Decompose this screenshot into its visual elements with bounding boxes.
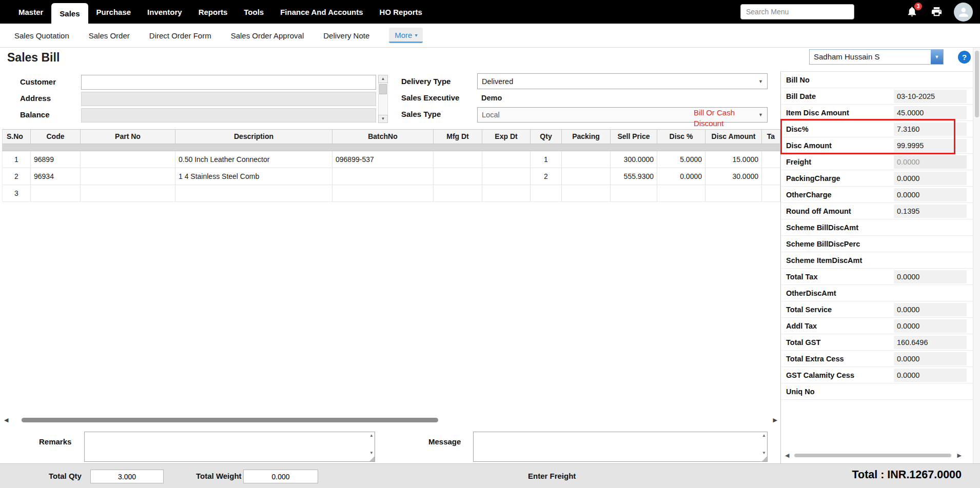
summary-value[interactable] [894,237,967,251]
panel-scroll-right-icon[interactable]: ▶ [957,452,962,459]
cell-code[interactable]: 96899 [31,151,81,168]
sub-nav-item[interactable]: Sales Order Approval [231,31,304,40]
summary-value[interactable]: 0.0000 [894,303,967,316]
cell-expdt[interactable] [482,151,531,168]
cell-qty[interactable]: 1 [531,151,562,168]
cell-mfgdt[interactable] [434,168,482,185]
scroll-up-icon[interactable]: ▲ [369,433,374,438]
delivery-type-select[interactable]: Delivered ▼ [477,73,768,89]
grid-header-cell[interactable]: S.No [3,130,31,144]
table-hscroll-thumb[interactable] [22,418,438,422]
sales-type-select[interactable]: Local ▼ [477,107,768,123]
main-menu-item[interactable]: Sales [51,3,88,24]
summary-value[interactable] [894,385,967,398]
grid-header-cell[interactable]: Code [31,130,81,144]
cell-tax[interactable] [762,151,780,168]
cell-discpct[interactable] [657,185,705,202]
more-menu-button[interactable]: More ▾ [389,28,423,43]
grid-header-cell[interactable]: Mfg Dt [434,130,482,144]
cell-sno[interactable]: 3 [3,185,31,202]
search-input[interactable] [740,4,854,19]
print-button[interactable] [931,6,943,18]
cell-partno[interactable] [81,168,175,185]
main-menu-item[interactable]: Reports [190,0,236,24]
remarks-textarea[interactable] [84,432,375,462]
user-avatar[interactable] [954,3,973,22]
cell-discamount[interactable]: 15.0000 [705,151,762,168]
summary-value[interactable]: 0.0000 [894,319,967,333]
scroll-right-icon[interactable]: ▶ [773,417,777,423]
cell-discamount[interactable] [705,185,762,202]
scrollbar-thumb[interactable] [379,84,387,94]
grid-header-cell[interactable]: Qty [531,130,562,144]
cell-packing[interactable] [562,185,611,202]
main-menu-item[interactable]: Finance And Accounts [272,0,371,24]
customer-fields-scrollbar[interactable]: ▲ ▼ [378,75,388,123]
main-menu-item[interactable]: Master [10,0,51,24]
cell-description[interactable] [175,185,332,202]
grid-header-cell[interactable]: Ta [762,130,780,144]
customer-input[interactable] [81,75,376,90]
help-icon[interactable]: ? [958,51,971,64]
main-menu-item[interactable]: HO Reports [371,0,430,24]
summary-value[interactable]: 0.0000 [894,352,967,365]
cell-partno[interactable] [81,151,175,168]
summary-value[interactable] [894,73,967,87]
summary-value[interactable]: 0.0000 [894,172,967,185]
cell-sellprice[interactable] [611,185,657,202]
cell-packing[interactable] [562,168,611,185]
summary-value[interactable]: 0.0000 [894,369,967,382]
table-hscrollbar[interactable]: ◀ ▶ [2,416,780,424]
scroll-down-icon[interactable]: ▼ [378,115,388,123]
summary-value[interactable]: 45.0000 [894,106,967,119]
grid-header-cell[interactable]: Disc % [657,130,705,144]
notifications-button[interactable]: 3 [906,6,918,18]
cell-expdt[interactable] [482,168,531,185]
cell-discpct[interactable]: 5.0000 [657,151,705,168]
cell-tax[interactable] [762,168,780,185]
main-menu-item[interactable]: Purchase [88,0,140,24]
scroll-up-icon[interactable]: ▲ [378,75,388,83]
salesperson-dropdown[interactable]: Sadham Hussain S ▼ [809,49,944,65]
cell-tax[interactable] [762,185,780,202]
cell-description[interactable]: 0.50 Inch Leather Connector [175,151,332,168]
total-qty-input[interactable] [90,470,164,483]
summary-value[interactable]: 0.0000 [894,155,967,169]
cell-mfgdt[interactable] [434,185,482,202]
cell-packing[interactable] [562,151,611,168]
cell-batchno[interactable] [332,185,434,202]
grid-header-cell[interactable]: BatchNo [332,130,434,144]
scroll-down-icon[interactable]: ▼ [762,451,766,455]
cell-discamount[interactable]: 30.0000 [705,168,762,185]
page-vscroll-thumb[interactable] [975,51,979,117]
sub-nav-item[interactable]: Delivery Note [323,31,369,40]
cell-batchno[interactable]: 096899-537 [332,151,434,168]
grid-header-cell[interactable]: Exp Dt [482,130,531,144]
summary-value[interactable] [894,287,967,300]
summary-value[interactable]: 0.0000 [894,270,967,283]
scrollbar-track[interactable] [378,83,388,115]
page-vscrollbar[interactable] [973,48,980,463]
resize-grip-icon[interactable] [369,456,375,461]
cell-discpct[interactable]: 0.0000 [657,168,705,185]
scroll-down-icon[interactable]: ▼ [369,451,374,455]
total-weight-input[interactable] [243,470,318,483]
cell-partno[interactable] [81,185,175,202]
cell-qty[interactable]: 2 [531,168,562,185]
resize-grip-icon[interactable] [762,456,767,461]
cell-description[interactable]: 1 4 Stainless Steel Comb [175,168,332,185]
sub-nav-item[interactable]: Sales Order [89,31,130,40]
grid-header-cell[interactable]: Part No [81,130,175,144]
summary-value[interactable]: 99.9995 [894,139,967,152]
scroll-up-icon[interactable]: ▲ [762,433,766,438]
grid-header-cell[interactable]: Sell Price [611,130,657,144]
summary-value[interactable] [894,221,967,234]
summary-value[interactable]: 160.6496 [894,336,967,349]
main-menu-item[interactable]: Tools [236,0,272,24]
summary-value[interactable] [894,254,967,267]
sales-executive-value[interactable]: Demo [477,91,768,105]
cell-mfgdt[interactable] [434,151,482,168]
panel-scroll-left-icon[interactable]: ◀ [785,452,789,459]
grid-header-cell[interactable]: Packing [562,130,611,144]
sub-nav-item[interactable]: Direct Order Form [149,31,211,40]
